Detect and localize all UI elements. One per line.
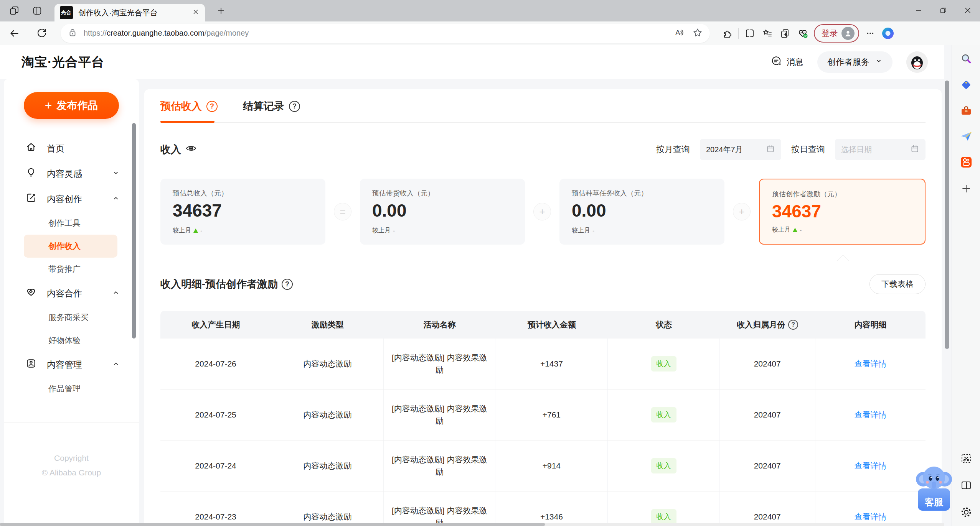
calendar-icon [766,144,775,155]
sidebar-screenshot-icon[interactable] [959,451,974,466]
chevron-down-icon [875,57,883,67]
sidebar-divider [957,471,975,471]
browser-essentials-icon[interactable] [794,25,812,42]
profile-icon [841,27,855,40]
extensions-icon[interactable] [718,25,736,42]
site-logo[interactable]: 淘宝·光合平台 [21,54,104,71]
card-seeding-task-income: 预估种草任务收入（元） 0.00 较上月- [559,179,724,245]
sidebar-group-management[interactable]: 内容管理 [4,352,139,377]
messages-button[interactable]: 消息 [770,55,803,69]
help-icon[interactable]: ? [206,101,218,112]
sidebar-kuaishou-icon[interactable] [959,155,974,170]
new-tab-button[interactable] [213,2,229,19]
eye-icon[interactable] [185,142,197,157]
download-table-button[interactable]: 下载表格 [869,274,926,294]
workspaces-icon[interactable] [5,2,23,20]
favorite-star-icon[interactable] [692,27,703,39]
page-horizontal-scrollbar[interactable] [0,523,944,526]
sidebar-send-icon[interactable] [959,129,974,144]
income-tabs: 预估收入 ? 结算记录 ? [160,99,926,123]
settings-more-icon[interactable] [861,25,879,42]
trend-up-icon [793,228,797,232]
status-badge: 收入 [651,509,676,523]
customer-service-label[interactable]: 客服 [918,488,950,511]
tab-actions-icon[interactable] [28,2,46,20]
tab-settlement-records[interactable]: 结算记录 ? [243,99,300,122]
sidebar-tools-icon[interactable] [959,103,974,118]
creator-services-dropdown[interactable]: 创作者服务 [817,51,893,73]
sidebar-item-promotion[interactable]: 带货推广 [4,258,139,281]
copyright-line2: © Alibaba Group [4,468,139,477]
help-icon[interactable]: ? [289,101,300,112]
tab-title: 创作收入·淘宝光合平台 [78,8,192,18]
back-icon[interactable] [5,25,23,42]
view-details-link[interactable]: 查看详情 [854,511,886,522]
bulb-icon [25,167,37,181]
lock-icon [68,28,78,39]
sidebar-item-creation-tools[interactable]: 创作工具 [4,212,139,235]
month-picker-input[interactable] [706,145,762,154]
read-aloud-icon[interactable]: A [674,27,685,40]
site-favicon: 光合 [60,6,73,19]
day-picker[interactable] [835,139,926,160]
toolbar-divider [738,28,739,39]
sidebar-item-works-management[interactable]: 作品管理 [4,377,139,400]
month-picker[interactable] [700,139,781,160]
home-icon [25,141,37,155]
compose-icon [25,192,37,206]
url-text[interactable]: https://creator.guanghe.taobao.com/page/… [84,29,674,38]
add-to-collection-icon[interactable] [776,25,794,42]
browser-tab-active[interactable]: 光合 创作收入·淘宝光合平台 [54,4,205,21]
copilot-icon[interactable] [879,25,897,42]
chevron-up-icon [112,288,120,299]
message-bubble-icon [770,55,782,69]
table-row: 2024-07-23 内容动态激励 [内容动态激励] 内容效果激励 +1346 … [160,491,926,523]
sidebar-item-product-trial[interactable]: 好物体验 [4,329,139,352]
sidebar-group-cooperation[interactable]: 内容合作 [4,281,139,306]
sidebar-item-creation-income[interactable]: 创作收入 [24,235,117,258]
sidebar-item-service-purchase[interactable]: 服务商采买 [4,306,139,329]
income-section-title: 收入 [160,142,197,157]
window-close-button[interactable] [955,0,980,21]
tab-estimated-income[interactable]: 预估收入 ? [160,99,218,122]
calendar-icon [910,144,919,155]
collections-icon[interactable] [759,25,776,42]
table-row: 2024-07-26 内容动态激励 [内容动态激励] 内容效果激励 +1437 … [160,339,926,390]
web-page: 淘宝·光合平台 消息 创作者服务 [0,45,944,523]
publish-work-button[interactable]: + 发布作品 [24,92,119,119]
sidebar-settings-gear-icon[interactable] [959,505,974,520]
section-divider [160,261,926,261]
view-details-link[interactable]: 查看详情 [854,358,886,369]
sidebar-search-icon[interactable] [959,51,974,67]
sidebar-footer: Copyright © Alibaba Group [4,422,139,523]
split-screen-icon[interactable] [741,25,759,42]
refresh-icon[interactable] [33,25,51,42]
tab-close-icon[interactable] [192,8,200,17]
heart-hands-icon [25,286,37,300]
status-badge: 收入 [651,407,676,422]
sidebar-item-home[interactable]: 首页 [4,136,139,161]
view-details-link[interactable]: 查看详情 [854,460,886,471]
window-restore-button[interactable] [931,0,955,21]
income-panel: 预估收入 ? 结算记录 ? 收入 [144,89,942,523]
view-details-link[interactable]: 查看详情 [854,409,886,420]
help-icon[interactable]: ? [788,320,798,330]
sidebar-group-creation[interactable]: 内容创作 [4,186,139,212]
detail-section-title: 收入明细-预估创作者激励 ? [160,277,293,291]
sidebar-add-icon[interactable] [959,181,974,196]
address-bar[interactable]: https://creator.guanghe.taobao.com/page/… [61,24,710,43]
sidebar-shopping-tag-icon[interactable] [959,77,974,93]
sidebar-group-inspiration[interactable]: 内容灵感 [4,161,139,186]
customer-service-widget[interactable]: 客服 [918,488,950,511]
day-picker-input[interactable] [841,145,906,154]
equals-operator: = [334,203,351,220]
browser-login-button[interactable]: 登录 [814,24,859,43]
card-creator-incentive[interactable]: 预估创作者激励（元） 34637 较上月- [759,179,926,245]
sidebar-scrollbar[interactable] [132,123,136,339]
content-manage-icon [25,358,37,371]
help-icon[interactable]: ? [282,279,293,290]
page-vertical-scrollbar[interactable] [945,81,949,349]
window-minimize-button[interactable] [906,0,931,21]
user-avatar[interactable] [906,51,928,73]
sidebar-panel-icon[interactable] [959,478,974,493]
